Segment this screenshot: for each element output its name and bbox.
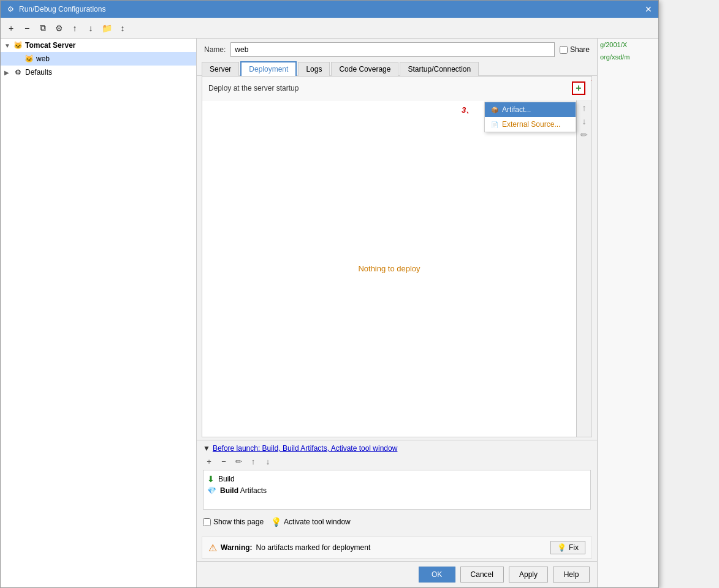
folder-button[interactable]: 📁 — [100, 21, 113, 35]
external-source-label: External Source... — [502, 120, 560, 129]
name-row: Name: Share — [197, 39, 597, 61]
side-move-down-button[interactable]: ↓ — [578, 115, 590, 127]
warning-left: ⚠ Warning: No artifacts marked for deplo… — [208, 542, 370, 554]
apply-button[interactable]: Apply — [509, 567, 548, 582]
run-debug-dialog: ⚙ Run/Debug Configurations ✕ + − ⧉ ⚙ ↑ ↓… — [0, 0, 659, 588]
build-bold: Build — [220, 486, 238, 495]
name-label: Name: — [204, 45, 226, 54]
help-button[interactable]: Help — [553, 567, 590, 582]
config-toolbar: + − ⧉ ⚙ ↑ ↓ 📁 ↕ — [1, 18, 658, 39]
activate-window-label: Activate tool window — [284, 518, 351, 526]
title-bar-left: ⚙ Run/Debug Configurations — [6, 4, 105, 14]
dialog-footer: OK Cancel Apply Help — [197, 561, 597, 587]
share-label: Share — [570, 45, 590, 54]
share-checkbox[interactable] — [560, 46, 568, 54]
before-launch-section: ▼ Before launch: Build, Build Artifacts,… — [197, 440, 597, 513]
web-label: web — [36, 55, 50, 63]
bl-add-button[interactable]: + — [203, 455, 215, 467]
build-artifacts-icon: 💎 — [207, 486, 216, 495]
dropdown-external-source[interactable]: 📄 External Source... — [485, 117, 576, 132]
step3-annotation: 3、 — [462, 105, 474, 116]
bl-item-build: ⬇ Build — [207, 473, 587, 485]
bl-item-build-artifacts: 💎 Build Artifacts — [207, 485, 587, 496]
warning-bar: ⚠ Warning: No artifacts marked for deplo… — [202, 537, 592, 559]
config-tree: ▼ 🐱 Tomcat Server 🐱 web ▶ ⚙ Defaults — [1, 39, 197, 587]
tab-deployment[interactable]: Deployment — [240, 61, 297, 76]
close-button[interactable]: ✕ — [644, 4, 653, 14]
deploy-actions: + 2、 — [572, 81, 585, 95]
bl-edit-button[interactable]: ✏ — [232, 455, 245, 467]
side-buttons: ↑ ↓ ✏ — [576, 100, 592, 437]
deploy-header: Deploy at the server startup + 2、 — [202, 77, 592, 100]
editor-panel: g/2001/X org/xsd/m — [597, 39, 658, 587]
add-config-button[interactable]: + — [4, 21, 18, 35]
warning-bold: Warning: — [221, 543, 253, 552]
dialog-icon: ⚙ — [6, 4, 15, 14]
share-option: Share — [560, 45, 590, 54]
tree-item-tomcat-server[interactable]: ▼ 🐱 Tomcat Server — [1, 39, 196, 52]
tree-item-defaults[interactable]: ▶ ⚙ Defaults — [1, 66, 196, 79]
bl-up-button[interactable]: ↑ — [247, 455, 259, 467]
tab-startup-connection[interactable]: Startup/Connection — [400, 62, 479, 76]
external-source-icon: 📄 — [491, 121, 498, 128]
fix-label: Fix — [569, 543, 579, 552]
ok-button[interactable]: OK — [419, 567, 455, 582]
bottom-section: Show this page 💡 Activate tool window — [197, 513, 597, 534]
plus-icon: + — [576, 83, 581, 94]
build-label: Build — [218, 475, 235, 483]
move-up-button[interactable]: ↑ — [68, 21, 82, 35]
copy-config-button[interactable]: ⧉ — [36, 21, 50, 35]
right-panel: Name: Share Server Deployment Logs — [197, 39, 597, 587]
web-icon: 🐱 — [24, 54, 34, 64]
activate-window-icon: 💡 — [271, 517, 281, 527]
bl-down-button[interactable]: ↓ — [262, 455, 274, 467]
tree-item-web[interactable]: 🐱 web — [1, 52, 196, 66]
before-launch-label[interactable]: Before launch: Build, Build Artifacts, A… — [213, 444, 398, 453]
cancel-button[interactable]: Cancel — [460, 567, 504, 582]
side-edit-button[interactable]: ✏ — [578, 129, 590, 141]
name-input[interactable] — [230, 42, 555, 57]
editor-text-1: g/2001/X — [598, 39, 658, 51]
build-artifacts-label: Build Artifacts — [220, 486, 267, 495]
dropdown-artifact[interactable]: 📦 Artifact... — [485, 102, 576, 117]
show-page-label: Show this page — [213, 518, 264, 526]
show-page-checkbox[interactable] — [203, 518, 211, 526]
fix-icon: 💡 — [557, 543, 566, 552]
warning-icon: ⚠ — [208, 542, 217, 554]
deploy-header-text: Deploy at the server startup — [208, 84, 299, 92]
main-content: ▼ 🐱 Tomcat Server 🐱 web ▶ ⚙ Defaults Nam… — [1, 39, 658, 587]
before-launch-toolbar: + − ✏ ↑ ↓ — [203, 455, 591, 467]
bl-remove-button[interactable]: − — [218, 455, 230, 467]
defaults-icon: ⚙ — [13, 67, 23, 77]
checkbox-row: Show this page 💡 Activate tool window — [203, 517, 591, 527]
tomcat-icon: 🐱 — [13, 40, 23, 50]
defaults-expand-icon: ▶ — [4, 69, 10, 76]
tab-server[interactable]: Server — [202, 62, 239, 76]
artifact-icon: 📦 — [491, 107, 498, 113]
fix-button[interactable]: 💡 Fix — [550, 541, 585, 554]
nothing-to-deploy-text: Nothing to deploy — [358, 264, 420, 273]
settings-config-button[interactable]: ⚙ — [52, 21, 66, 35]
tab-logs[interactable]: Logs — [298, 62, 330, 76]
build-icon: ⬇ — [207, 474, 215, 484]
deploy-area: Nothing to deploy 3、 📦 Artifact... 📄 — [202, 100, 576, 437]
deploy-row: Nothing to deploy 3、 📦 Artifact... 📄 — [202, 100, 592, 437]
activate-window-option: 💡 Activate tool window — [271, 517, 351, 527]
expand-icon: ▼ — [4, 42, 10, 49]
artifact-label: Artifact... — [502, 105, 531, 114]
move-down-button[interactable]: ↓ — [84, 21, 97, 35]
tomcat-label: Tomcat Server — [25, 41, 75, 50]
editor-text-2: org/xsd/m — [598, 51, 658, 63]
tab-code-coverage[interactable]: Code Coverage — [331, 62, 398, 76]
deploy-add-button[interactable]: + — [572, 81, 585, 95]
step2-annotation: 2、 — [592, 76, 592, 84]
defaults-label: Defaults — [25, 68, 52, 77]
remove-config-button[interactable]: − — [20, 21, 34, 35]
title-bar: ⚙ Run/Debug Configurations ✕ — [1, 1, 658, 18]
sort-button[interactable]: ↕ — [116, 21, 129, 35]
dialog-title: Run/Debug Configurations — [19, 5, 105, 13]
show-page-option: Show this page — [203, 518, 264, 526]
tabs-row: Server Deployment Logs Code Coverage Sta… — [197, 61, 597, 76]
side-move-up-button[interactable]: ↑ — [578, 102, 590, 114]
warning-text: No artifacts marked for deployment — [256, 543, 371, 552]
